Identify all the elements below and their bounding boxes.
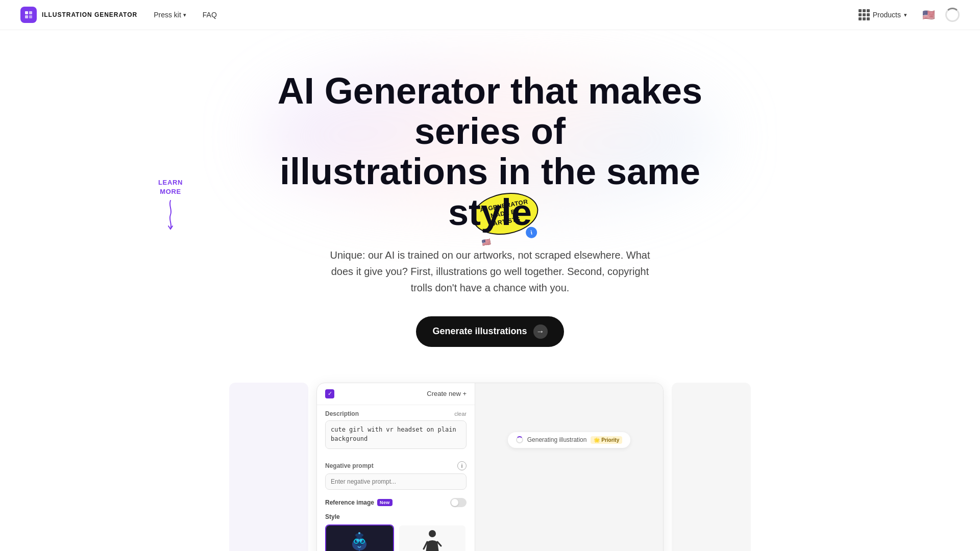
style-item-weekday[interactable]: Weekday SVG Perfect for characters [398,524,467,551]
style-item-smart[interactable]: Smart Great for any purpose [325,524,394,551]
svg-point-5 [354,537,364,546]
generating-status-card: Generating illustration 🌟 Priority [508,432,631,448]
products-button[interactable]: Products ▾ [853,6,912,23]
logo-text: ILLUSTRATION GENERATOR [42,11,137,18]
checkbox-icon: ✓ [325,389,334,398]
svg-rect-2 [25,15,28,18]
info-icon[interactable]: i [457,461,467,470]
grid-icon [859,9,870,20]
reference-image-toggle[interactable] [450,498,467,507]
priority-badge: 🌟 Priority [591,436,622,444]
clear-button[interactable]: clear [454,411,467,417]
negative-prompt-section: Negative prompt i [317,456,475,495]
nav-left: ILLUSTRATION GENERATOR Press kit ▾ FAQ [20,7,217,23]
controls-panel: ✓ Create new + Description clear cute gi… [317,383,475,551]
cta-arrow-icon: → [533,324,548,339]
negative-prompt-label: Negative prompt i [325,461,467,470]
hero-content: AI Generator that makes series of illust… [10,71,970,347]
faq-link[interactable]: FAQ [203,11,217,19]
description-textarea[interactable]: cute girl with vr headset on plain backg… [325,420,467,449]
style-grid: Smart Great for any purpose [317,522,475,551]
hero-subtitle: Unique: our AI is trained on our artwork… [327,247,653,296]
status-text: Generating illustration [527,436,587,443]
press-kit-link[interactable]: Press kit ▾ [154,11,186,19]
chevron-down-icon: ▾ [183,12,186,18]
logo-link[interactable]: ILLUSTRATION GENERATOR [20,7,137,23]
create-new-button[interactable]: Create new + [427,390,467,397]
svg-rect-3 [29,15,32,18]
products-label: Products [873,11,901,19]
hero-title: AI Generator that makes series of illust… [260,71,720,233]
svg-rect-0 [25,11,28,14]
preview-panel: Generating illustration 🌟 Priority [475,383,663,551]
weekday-thumb-bg [399,525,466,551]
navbar: ILLUSTRATION GENERATOR Press kit ▾ FAQ P… [0,0,980,30]
svg-rect-1 [29,11,32,14]
style-thumbnail-smart [325,524,394,551]
reference-image-row: Reference image New [317,495,475,510]
style-thumbnail-weekday [398,524,467,551]
svg-point-11 [358,532,360,534]
toggle-knob [451,499,458,506]
svg-point-12 [429,530,436,537]
description-section: Description clear cute girl with vr head… [317,405,475,456]
new-badge: New [377,499,393,506]
chevron-icon: ▾ [904,12,907,18]
ghost-panel-left [229,383,308,551]
reference-image-label: Reference image New [325,499,393,506]
description-label-row: Description clear [325,410,467,417]
main-mockup-card: ✓ Create new + Description clear cute gi… [316,383,664,551]
negative-prompt-input[interactable] [325,473,467,490]
generate-illustrations-button[interactable]: Generate illustrations → [416,316,564,347]
ghost-panel-right [672,383,751,551]
loading-spinner [945,8,960,22]
logo-icon [20,7,37,23]
mockup-outer: ✓ Create new + Description clear cute gi… [0,367,980,551]
hero-section: LEARN MORE AI Generator that makes serie… [0,30,980,367]
style-section-label: Style [317,510,475,522]
panel-header: ✓ Create new + [317,383,475,405]
flag-us-icon[interactable]: 🇺🇸 [922,9,935,21]
status-spinner-icon [516,436,523,443]
nav-right: Products ▾ 🇺🇸 [853,6,960,23]
smart-thumb-bg [326,525,393,551]
